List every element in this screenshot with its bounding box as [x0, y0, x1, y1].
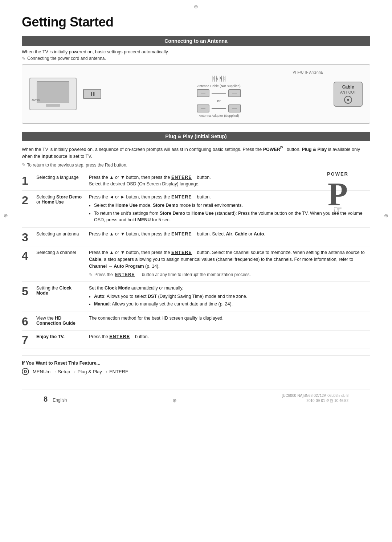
step-row-1: 1 Selecting a language Press the ▲ or ▼ …: [22, 171, 370, 191]
cable-box: Cable ANT OUT: [334, 82, 363, 107]
entere-1: ENTERE: [171, 175, 192, 180]
diagram-inner: ANT IN ▐▐ VHF/UHF Antenna ᚻᚻᚻᚻ Antenna C…: [29, 70, 363, 118]
conn1: ══: [197, 89, 209, 97]
step-number-7: 7: [22, 334, 36, 346]
antenna-diagram: ANT IN ▐▐ VHF/UHF Antenna ᚻᚻᚻᚻ Antenna C…: [22, 64, 370, 124]
footer: 8 English ⊕ [UC8000-NA]BN68-02712A-06L03…: [22, 390, 370, 403]
top-center-mark: ⊕: [194, 4, 198, 9]
tv-screen: [37, 81, 69, 103]
tv-ant-in-label: ANT IN: [32, 99, 40, 102]
footer-file: [UC8000-NA]BN68-02712A-06L03.indb 8: [282, 394, 348, 398]
cable-lines: VHF/UHF Antenna ᚻᚻᚻᚻ Antenna Cable (Not …: [108, 70, 330, 118]
step-row-3: 3 Selecting an antenna Press the ▲ or ▼ …: [22, 228, 370, 246]
entere-2: ENTERE: [171, 194, 192, 200]
cable-h-line: [212, 93, 226, 94]
note-icon: ✎: [22, 56, 26, 61]
footer-left: 8 English: [44, 395, 67, 403]
step-row-5: 5 Setting the ClockMode Set the Clock Mo…: [22, 282, 370, 312]
plug-play-bold: Plug & Play: [302, 147, 327, 152]
connector-rect: ▐▐: [83, 89, 101, 99]
step-number-4: 4: [22, 250, 36, 262]
antenna-symbol: ᚻᚻᚻᚻ: [212, 75, 226, 83]
step-number-2: 2: [22, 194, 36, 206]
page-title: Getting Started: [22, 15, 370, 30]
cable-connector-row2: ══ ══: [108, 104, 330, 112]
step4-note: ✎ Press the ENTERE button at any time to…: [89, 271, 370, 279]
reset-section: If You Want to Reset This Feature... O M…: [22, 356, 370, 375]
steps-wrapper: POWER P ☞ 1 Selecting a language Press t…: [22, 171, 370, 349]
entere-4: ENTERE: [171, 250, 192, 255]
footer-language: English: [53, 398, 67, 403]
footer-right: [UC8000-NA]BN68-02712A-06L03.indb 8 2010…: [282, 394, 348, 403]
step-row-4: 4 Selecting a channel Press the ▲ or ▼ b…: [22, 246, 370, 282]
step-label-4: Selecting a channel: [36, 249, 89, 255]
antenna-section-header: Connecting to an Antenna: [22, 36, 370, 46]
step-row-7: 7 Enjoy the TV. Press the ENTERE button.: [22, 330, 370, 349]
step-label-7: Enjoy the TV.: [36, 333, 89, 339]
conn2: ══: [228, 89, 241, 97]
power-hand-icon: ☞: [333, 204, 342, 215]
step-desc-6: The connection method for the best HD sc…: [89, 315, 370, 322]
power-label: POWER: [327, 171, 348, 177]
vhf-label: VHF/UHF Antenna: [293, 70, 323, 74]
step-desc-5: Set the Clock Mode automatically or manu…: [89, 285, 370, 309]
antenna-intro: When the TV is initially powered on, bas…: [22, 49, 370, 54]
step-label-1: Selecting a language: [36, 174, 89, 180]
reset-command: MENUm → Setup → Plug & Play → ENTERE: [33, 369, 128, 374]
page-number: 8: [44, 395, 48, 403]
reset-row: O MENUm → Setup → Plug & Play → ENTERE: [22, 368, 370, 375]
step-number-1: 1: [22, 175, 36, 186]
cable-connector-row: ══ ══: [108, 89, 330, 97]
footer-center-mark: ⊕: [172, 398, 177, 403]
footer-date: 2010-09-01 오전 10:46:52: [306, 398, 348, 403]
powerp-super: P: [280, 145, 283, 150]
right-center-mark: ⊕: [384, 213, 388, 218]
entere-3: ENTERE: [171, 231, 192, 237]
power-section: POWER P ☞: [327, 171, 348, 215]
ant-out-dot: [347, 99, 349, 101]
tv-illustration: ANT IN: [29, 78, 77, 110]
plug-play-intro: When the TV is initially powered on, a s…: [22, 145, 370, 160]
note-icon2: ✎: [22, 162, 26, 168]
adapter-label: Antenna Adapter (Supplied): [199, 114, 239, 118]
conn4: ══: [228, 104, 241, 112]
cable-h-line2: [212, 108, 226, 109]
step-label-2: Selecting Store Demoor Home Use: [36, 194, 89, 205]
step-desc-4: Press the ▲ or ▼ button, then press the …: [89, 249, 370, 279]
cable-label: Antenna Cable (Not Supplied): [197, 84, 241, 88]
note-icon3: ✎: [89, 271, 93, 279]
or-text: or: [217, 99, 221, 103]
plug-play-note: ✎ To return to the previous step, press …: [22, 162, 370, 168]
cable-box-sub: ANT OUT: [340, 90, 356, 94]
ant-out-circle: [344, 96, 352, 104]
reset-title: If You Want to Reset This Feature...: [22, 360, 370, 366]
step-label-3: Selecting an antenna: [36, 231, 89, 237]
plug-play-section-header: Plug & Play (Initial Setup): [22, 132, 370, 141]
step-desc-3: Press the ▲ or ▼ button, then press the …: [89, 231, 370, 238]
step-number-5: 5: [22, 286, 36, 297]
tv-stand: [46, 104, 60, 107]
step-number-6: 6: [22, 316, 36, 327]
entere-7: ENTERE: [109, 334, 130, 339]
powerp-label: POWER: [263, 147, 280, 152]
step-desc-7: Press the ENTERE button.: [89, 333, 370, 340]
conn3: ══: [197, 104, 209, 112]
cable-box-label: Cable: [342, 85, 354, 90]
input-bold: Input: [41, 154, 53, 159]
step-row-6: 6 View the HDConnection Guide The connec…: [22, 312, 370, 330]
circle-o: O: [22, 368, 29, 375]
left-center-mark: ⊕: [4, 213, 8, 218]
entere-4b: ENTERE: [115, 271, 135, 278]
step-number-3: 3: [22, 231, 36, 243]
antenna-note: ✎ Connecting the power cord and antenna.: [22, 56, 370, 61]
step-row-2: 2 Selecting Store Demoor Home Use Press …: [22, 191, 370, 228]
step-label-5: Setting the ClockMode: [36, 285, 89, 296]
ant-connector-area: ▐▐: [83, 89, 101, 99]
step-label-6: View the HDConnection Guide: [36, 315, 89, 326]
